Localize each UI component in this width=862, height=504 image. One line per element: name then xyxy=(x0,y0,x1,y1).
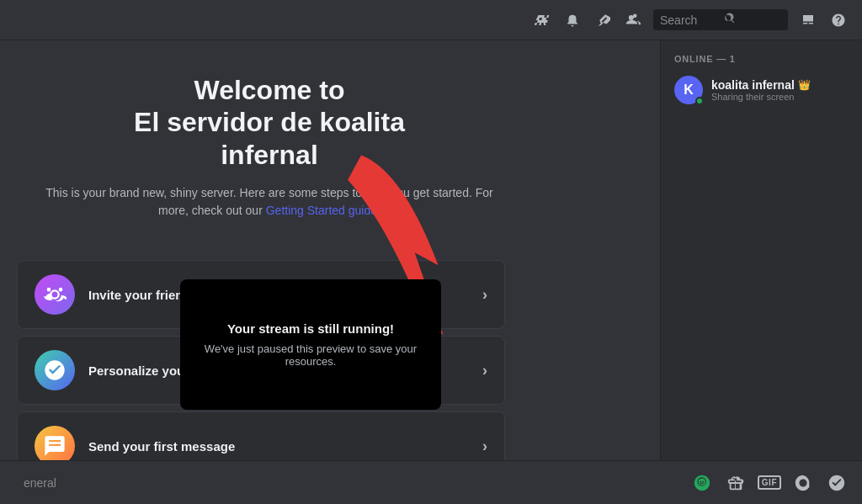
search-icon xyxy=(724,13,781,27)
stream-preview[interactable]: Your stream is still running! We've just… xyxy=(180,279,441,410)
user-name: koalita infernal 👑 xyxy=(711,78,811,92)
bell-icon[interactable] xyxy=(562,10,583,30)
hashtag-icon[interactable] xyxy=(532,10,552,30)
getting-started-link[interactable]: Getting Started guide xyxy=(266,204,377,217)
message-chevron-icon: › xyxy=(482,438,487,455)
center-content: Welcome to El servidor de koalita infern… xyxy=(0,40,660,460)
crown-icon: 👑 xyxy=(798,79,811,91)
right-sidebar: ONLINE — 1 K koalita infernal 👑 Sharing … xyxy=(660,40,862,460)
inbox-icon[interactable] xyxy=(798,10,818,30)
sticker-button[interactable] xyxy=(791,471,815,495)
personalize-chevron-icon: › xyxy=(482,362,487,379)
user-list-item[interactable]: K koalita infernal 👑 Sharing their scree… xyxy=(668,71,855,109)
emoji-button[interactable] xyxy=(690,471,714,495)
members-icon[interactable] xyxy=(623,10,643,30)
send-message-card[interactable]: Send your first message › xyxy=(17,411,505,460)
online-header: ONLINE — 1 xyxy=(668,54,855,71)
search-bar[interactable]: Search xyxy=(653,9,788,30)
online-status-dot xyxy=(695,97,704,105)
user-info: koalita infernal 👑 Sharing their screen xyxy=(711,78,811,102)
stream-title: Your stream is still running! xyxy=(197,321,424,336)
welcome-title: Welcome to El servidor de koalita infern… xyxy=(34,74,505,171)
bottom-bar: eneral GIF xyxy=(0,460,862,504)
search-placeholder: Search xyxy=(660,13,717,27)
invite-icon xyxy=(35,274,75,315)
invite-chevron-icon: › xyxy=(482,286,487,304)
stream-subtitle: We've just paused this preview to save y… xyxy=(197,342,424,368)
help-icon[interactable] xyxy=(828,10,849,30)
pin-icon[interactable] xyxy=(593,10,613,30)
toolbar: Search xyxy=(0,0,862,40)
channel-name: eneral xyxy=(24,476,56,490)
welcome-subtitle: This is your brand new, shiny server. He… xyxy=(34,184,505,220)
stream-content: Your stream is still running! We've just… xyxy=(180,279,441,410)
send-message-label: Send your first message xyxy=(88,439,469,454)
emoji-picker-button[interactable] xyxy=(825,471,849,495)
personalize-icon xyxy=(35,350,75,390)
message-icon xyxy=(35,426,75,460)
user-avatar: K xyxy=(674,76,703,104)
main-layout: Welcome to El servidor de koalita infern… xyxy=(0,40,862,460)
gift-button[interactable] xyxy=(724,471,748,495)
gif-button[interactable]: GIF xyxy=(758,475,781,490)
welcome-area: Welcome to El servidor de koalita infern… xyxy=(0,40,539,260)
user-status: Sharing their screen xyxy=(711,92,811,102)
bottom-left: eneral xyxy=(13,476,680,490)
